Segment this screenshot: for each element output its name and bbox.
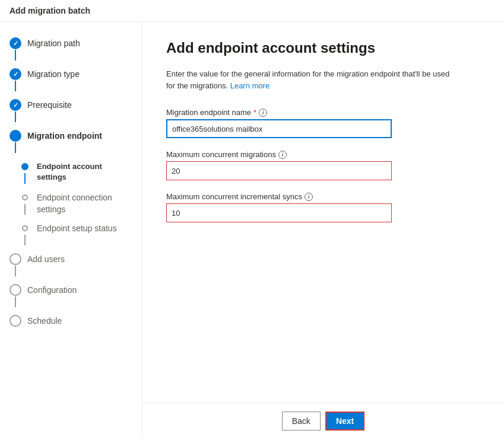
step-line-inactive: [15, 266, 16, 276]
step-label: Configuration: [27, 284, 77, 296]
step-connector: [19, 222, 31, 246]
form-group-max-syncs: Maximum concurrent incremental syncs i: [166, 192, 392, 222]
step-line: [24, 173, 26, 184]
step-icon-inactive: [22, 195, 28, 200]
max-migrations-label: Maximum concurrent migrations i: [166, 150, 392, 159]
step-icon-completed: ✓: [9, 37, 21, 49]
sidebar-item-endpoint-account[interactable]: Endpoint account settings: [0, 157, 142, 188]
required-star: *: [253, 108, 256, 117]
step-connector: [9, 284, 21, 308]
sidebar-item-add-users[interactable]: Add users: [0, 250, 142, 280]
step-label: Endpoint account settings: [37, 161, 132, 183]
max-syncs-info-icon: i: [305, 193, 313, 201]
page-header: Add migration batch: [0, 0, 504, 22]
page-title: Add migration batch: [9, 6, 90, 15]
step-connector: [9, 130, 21, 154]
step-line-inactive: [24, 204, 26, 215]
back-button[interactable]: Back: [282, 412, 321, 431]
form-group-max-migrations: Maximum concurrent migrations i: [166, 150, 392, 180]
step-line-inactive: [15, 296, 16, 307]
next-button[interactable]: Next: [325, 412, 364, 431]
step-label: Endpoint setup status: [37, 222, 117, 235]
sidebar-item-migration-endpoint[interactable]: Migration endpoint: [0, 126, 142, 157]
checkmark-icon: ✓: [13, 71, 18, 78]
content-area: Add endpoint account settings Enter the …: [142, 22, 504, 438]
step-icon-completed: ✓: [9, 68, 21, 80]
max-migrations-input[interactable]: [166, 161, 392, 180]
step-connector: [19, 192, 31, 215]
form-group-endpoint-name: Migration endpoint name * i: [166, 108, 392, 138]
endpoint-name-input[interactable]: [166, 119, 392, 138]
step-label: Add users: [27, 253, 65, 266]
step-icon-active-sub: [21, 163, 28, 170]
step-icon-completed: ✓: [9, 99, 21, 111]
step-label: Migration path: [27, 37, 80, 50]
max-migrations-info-icon: i: [278, 151, 287, 159]
sidebar: ✓ Migration path ✓ Migration type ✓: [0, 22, 142, 438]
step-icon-inactive: [22, 225, 28, 231]
step-icon-inactive: [9, 284, 21, 296]
step-line: [15, 142, 16, 153]
sidebar-item-schedule[interactable]: Schedule: [0, 311, 142, 331]
content-title: Add endpoint account settings: [166, 40, 480, 56]
step-label: Migration endpoint: [27, 130, 102, 142]
step-connector: [9, 253, 21, 277]
step-connector: [9, 315, 21, 327]
sidebar-item-migration-path[interactable]: ✓ Migration path: [0, 34, 142, 65]
sidebar-item-migration-type[interactable]: ✓ Migration type: [0, 65, 142, 95]
step-connector: [19, 161, 31, 184]
step-icon-inactive: [9, 253, 21, 265]
sidebar-item-endpoint-connection[interactable]: Endpoint connection settings: [0, 188, 142, 219]
step-connector: ✓: [9, 68, 21, 92]
step-label: Prerequisite: [27, 99, 72, 111]
step-icon-active: [9, 130, 21, 142]
step-label: Schedule: [27, 315, 62, 327]
step-line: [15, 111, 16, 122]
step-line: [15, 50, 16, 60]
sidebar-item-configuration[interactable]: Configuration: [0, 280, 142, 311]
sidebar-item-endpoint-setup[interactable]: Endpoint setup status: [0, 219, 142, 250]
step-line-inactive: [24, 235, 26, 245]
checkmark-icon: ✓: [13, 101, 18, 109]
step-icon-inactive: [9, 315, 21, 327]
footer: Back Next: [142, 403, 504, 438]
max-syncs-input[interactable]: [166, 203, 392, 222]
step-connector: ✓: [9, 99, 21, 123]
content-description: Enter the value for the general informat…: [166, 68, 451, 91]
learn-more-link[interactable]: Learn more: [230, 81, 270, 90]
step-connector: ✓: [9, 37, 21, 61]
endpoint-name-label: Migration endpoint name * i: [166, 108, 392, 117]
step-label: Endpoint connection settings: [37, 192, 132, 215]
checkmark-icon: ✓: [13, 40, 18, 47]
max-syncs-label: Maximum concurrent incremental syncs i: [166, 192, 392, 201]
step-label: Migration type: [27, 68, 80, 81]
step-line: [15, 81, 16, 91]
sidebar-item-prerequisite[interactable]: ✓ Prerequisite: [0, 95, 142, 126]
endpoint-name-info-icon: i: [259, 109, 267, 117]
